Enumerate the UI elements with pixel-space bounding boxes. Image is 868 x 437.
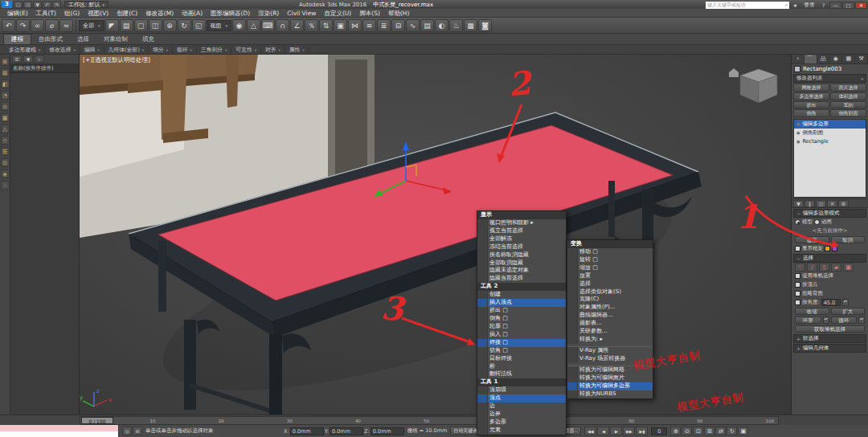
undo-icon[interactable]: ↶ xyxy=(43,1,51,8)
select-and-move-icon[interactable]: ⊕ xyxy=(163,19,177,32)
orbit-icon[interactable]: ↻ xyxy=(727,427,737,435)
keyboard-shortcut-override-icon[interactable]: ⌨ xyxy=(261,19,275,32)
play-icon[interactable]: ▶ xyxy=(610,427,622,435)
quad-menu-item[interactable]: 边界 xyxy=(477,410,566,419)
quad-menu-item[interactable]: 顶点 xyxy=(477,394,566,402)
quad-menu-item[interactable]: 转换为可编辑面片 xyxy=(567,374,653,382)
zoom-extents-icon[interactable]: ⊡ xyxy=(693,427,703,435)
quad-menu-item[interactable]: 选择 xyxy=(567,280,653,288)
infocenter-search-input[interactable]: 键入关键字或短语⌕ xyxy=(706,2,789,9)
quad-menu-item[interactable]: 全部解冻 xyxy=(477,235,566,243)
use-stack-selection-checkbox[interactable] xyxy=(795,273,800,279)
close-button[interactable]: ✕ xyxy=(855,2,867,9)
snap-toggle-3d-icon[interactable]: ∩ xyxy=(276,19,289,32)
ring-button[interactable]: 环形 xyxy=(795,317,821,324)
quad-menu-item[interactable]: 轮廓 ▢ xyxy=(477,323,566,331)
quad-menu-item[interactable]: 隐藏当前选择 xyxy=(477,275,566,283)
remove-modifier-icon[interactable]: ✕ xyxy=(827,200,837,207)
display-tab[interactable]: ▦ xyxy=(842,55,855,63)
ribbon-panel-label[interactable]: 可见性 xyxy=(231,46,261,54)
quad-menu-item[interactable]: 翻转法线 xyxy=(477,370,566,378)
select-object-icon[interactable]: ◤ xyxy=(105,19,119,32)
sign-in-button[interactable]: 登录 xyxy=(801,1,817,9)
undo-icon[interactable]: ↶ xyxy=(2,19,15,32)
save-file-icon[interactable]: ▼ xyxy=(33,1,42,8)
quad-menu-item[interactable]: 桥 xyxy=(477,363,566,371)
use-pivot-point-icon[interactable]: ◉ xyxy=(232,19,246,32)
utilities-tab[interactable]: ⚒ xyxy=(855,55,868,63)
align-icon[interactable]: ≡ xyxy=(362,19,376,32)
zoom-region-icon[interactable]: ⊞ xyxy=(704,427,714,435)
select-by-name-icon[interactable]: ▤ xyxy=(120,19,133,32)
side-toolbar-icon[interactable]: ▤ xyxy=(1,68,10,77)
maximize-viewport-icon[interactable]: ▣ xyxy=(738,427,748,435)
side-toolbar-icon[interactable]: ◔ xyxy=(1,91,10,100)
quad-menu-item[interactable]: 曲线编辑器... xyxy=(567,312,653,320)
zoom-all-icon[interactable]: ⊙ xyxy=(682,427,692,435)
loop-button[interactable]: 循环 xyxy=(831,317,858,324)
quad-menu-item[interactable]: V-Ray 属性 xyxy=(567,347,653,355)
modifier-button[interactable]: 网格选择 xyxy=(793,84,829,92)
by-vertex-checkbox[interactable] xyxy=(795,282,800,288)
ribbon-panel-label[interactable]: 修改选择 xyxy=(45,46,80,54)
side-toolbar-icon[interactable]: △ xyxy=(1,125,10,133)
quad-menu-item[interactable]: 转换为可编辑网格 xyxy=(567,366,653,374)
quad-menu-item[interactable]: 插入 ▢ xyxy=(477,331,566,339)
ribbon-tab[interactable]: 选择 xyxy=(70,35,96,44)
rendered-frame-icon[interactable]: ▦ xyxy=(464,19,477,32)
isolate-selection-toggle-icon[interactable]: ◎ xyxy=(122,427,132,435)
quad-menu-item[interactable]: 隐藏未选定对象 xyxy=(477,267,566,275)
side-toolbar-icon[interactable]: ▦ xyxy=(1,113,10,122)
show-cage-checkbox[interactable] xyxy=(795,246,800,251)
select-and-link-icon[interactable]: ∞ xyxy=(31,19,44,32)
show-end-result-icon[interactable]: ‖ xyxy=(805,200,815,207)
previous-frame-icon[interactable]: ◀ xyxy=(597,427,609,435)
quad-menu-item[interactable]: 多边形 xyxy=(477,419,566,427)
go-to-start-icon[interactable]: ◀◀ xyxy=(584,427,596,435)
coord-x-field[interactable]: 0.0mm xyxy=(290,427,324,435)
layer-manager-icon[interactable]: ≣ xyxy=(377,19,391,32)
redo-icon[interactable]: ↷ xyxy=(16,19,30,32)
menu-item[interactable]: 修改器(M) xyxy=(141,9,178,18)
border-subobject-icon[interactable]: ▯ xyxy=(819,263,829,272)
rollout-soft-selection[interactable]: 软选择 xyxy=(793,334,866,343)
quad-menu-item[interactable]: 挤出 ▢ xyxy=(477,307,566,315)
element-subobject-icon[interactable]: ▣ xyxy=(843,263,854,272)
cancel-button[interactable]: 取消 xyxy=(831,236,866,243)
model-radio[interactable] xyxy=(795,219,800,225)
material-editor-icon[interactable]: ◐ xyxy=(435,19,448,32)
quad-menu-item[interactable]: 目标焊接 xyxy=(477,355,566,363)
open-file-icon[interactable]: ◳ xyxy=(23,1,32,8)
selection-filter-dropdown[interactable]: 全部 xyxy=(79,20,104,31)
menu-item[interactable]: 视图(V) xyxy=(84,9,113,18)
viewport-label[interactable]: [+][透视][默认明暗处理] xyxy=(83,56,150,64)
time-slider-handle[interactable]: 0 / 100 xyxy=(81,417,113,424)
modifier-button[interactable]: 体积选择 xyxy=(830,92,866,100)
quad-menu-item[interactable]: 冻结当前选择 xyxy=(477,243,566,251)
quad-menu-item[interactable]: 插入顶点 xyxy=(477,299,566,307)
menu-item[interactable]: 渲染(R) xyxy=(254,9,283,18)
vertex-subobject-icon[interactable]: ∵ xyxy=(795,263,805,272)
pin-stack-icon[interactable]: ▼ xyxy=(793,200,804,207)
quad-menu-item[interactable]: 边 xyxy=(477,402,566,410)
ribbon-tab[interactable]: 建模 xyxy=(3,34,31,44)
quad-menu-item[interactable]: 转换为: ▸ xyxy=(567,336,653,344)
go-to-end-icon[interactable]: ▶▮ xyxy=(636,427,648,435)
menu-item[interactable]: 工具(T) xyxy=(32,9,60,18)
viewcube-home-icon[interactable] xyxy=(729,68,739,77)
explorer-filter-icon[interactable]: ▼ xyxy=(23,55,33,63)
help-icon[interactable]: ? xyxy=(819,2,828,9)
polygon-subobject-icon[interactable]: ▰ xyxy=(831,263,841,272)
ribbon-panel-label[interactable]: 三角剖分 xyxy=(197,46,231,54)
coord-y-field[interactable]: 0.0mm xyxy=(330,427,363,435)
ribbon-panel-label[interactable]: 对齐 xyxy=(261,46,285,54)
side-toolbar-icon[interactable]: ◇ xyxy=(1,136,10,145)
shrink-button[interactable]: 收缩 xyxy=(795,308,829,315)
explorer-list[interactable] xyxy=(10,73,79,414)
quad-tools2-header[interactable]: 工具 2 xyxy=(477,283,566,291)
loop-spinner[interactable]: ▴▾ xyxy=(858,317,865,324)
scripter-line[interactable] xyxy=(0,431,118,437)
side-toolbar-icon[interactable]: ◧ xyxy=(1,80,10,88)
menu-item[interactable]: 脚本(S) xyxy=(355,9,384,18)
reference-coordinate-dropdown[interactable]: 视图 xyxy=(207,20,232,31)
